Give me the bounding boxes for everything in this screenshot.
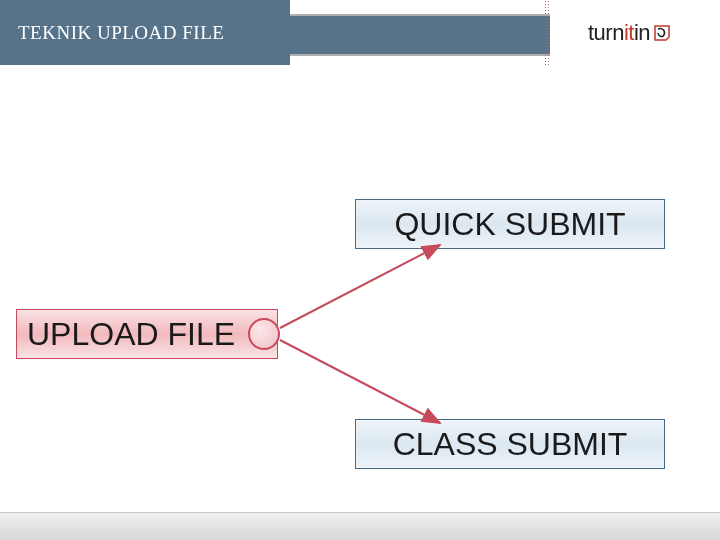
title-panel: TEKNIK UPLOAD FILE	[0, 0, 290, 65]
brand-logo: turnitin	[550, 0, 720, 65]
branch-origin-circle	[248, 318, 280, 350]
node-quick-submit-label: QUICK SUBMIT	[394, 206, 625, 243]
logo-dot-border	[544, 0, 550, 65]
arrow-to-class-submit	[280, 340, 440, 423]
diagram-canvas: QUICK SUBMIT UPLOAD FILE CLASS SUBMIT	[0, 65, 720, 510]
node-quick-submit: QUICK SUBMIT	[355, 199, 665, 249]
brand-wordmark: turnitin	[588, 20, 650, 46]
node-upload-file-label: UPLOAD FILE	[27, 316, 235, 353]
brand-mark-icon	[652, 23, 672, 43]
brand-part-3: in	[634, 20, 650, 45]
page-title: TEKNIK UPLOAD FILE	[18, 22, 224, 44]
footer-bar	[0, 512, 720, 540]
brand-part-2: it	[624, 20, 634, 45]
arrow-to-quick-submit	[280, 245, 440, 328]
node-class-submit-label: CLASS SUBMIT	[393, 426, 628, 463]
node-class-submit: CLASS SUBMIT	[355, 419, 665, 469]
brand-part-1: turn	[588, 20, 624, 45]
node-upload-file: UPLOAD FILE	[16, 309, 278, 359]
